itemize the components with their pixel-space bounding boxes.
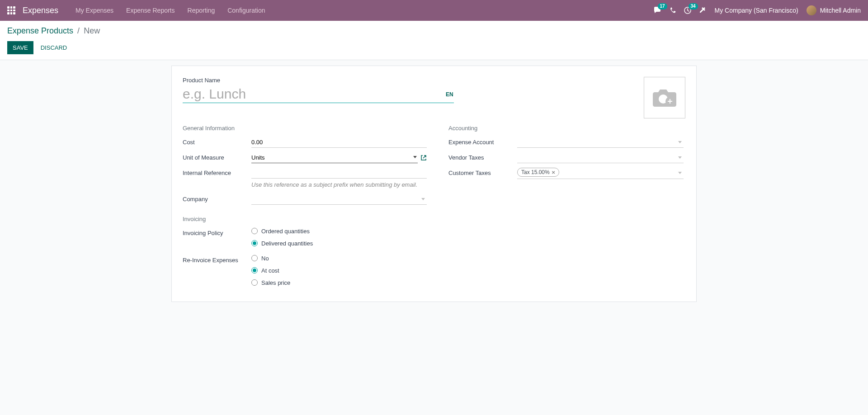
field-reinvoice: Re-Invoice Expenses No At cost — [183, 255, 427, 286]
product-name-input[interactable] — [183, 85, 454, 103]
chevron-down-icon — [678, 172, 682, 174]
ref-label: Internal Reference — [183, 168, 251, 176]
radio-label: Ordered quantities — [261, 228, 310, 235]
radio-sales-price[interactable]: Sales price — [251, 279, 427, 286]
radio-ordered[interactable]: Ordered quantities — [251, 228, 427, 235]
radio-icon — [251, 228, 258, 234]
inv-policy-radios: Ordered quantities Delivered quantities — [251, 228, 427, 247]
tax-tag: Tax 15.00% ✕ — [517, 168, 559, 177]
cp-buttons: SAVE DISCARD — [7, 41, 861, 54]
top-nav: Expenses My Expenses Expense Reports Rep… — [0, 0, 868, 21]
section-invoicing: Invoicing — [183, 216, 427, 222]
breadcrumb-sep: / — [77, 26, 80, 35]
field-ref: Internal Reference Use this reference as… — [183, 168, 427, 189]
field-uom: Unit of Measure — [183, 152, 427, 163]
brand[interactable]: Expenses — [23, 6, 58, 15]
title-row: Product Name EN — [183, 77, 685, 103]
user-menu[interactable]: Mitchell Admin — [807, 5, 861, 15]
radio-icon — [251, 267, 258, 274]
breadcrumb-parent[interactable]: Expense Products — [7, 26, 73, 35]
reinvoice-label: Re-Invoice Expenses — [183, 255, 251, 264]
save-button[interactable]: SAVE — [7, 41, 33, 54]
field-cost: Cost — [183, 137, 427, 148]
radio-icon — [251, 255, 258, 261]
radio-icon — [251, 279, 258, 286]
company-input[interactable] — [251, 194, 427, 205]
radio-delivered[interactable]: Delivered quantities — [251, 240, 427, 247]
product-name-label: Product Name — [183, 77, 685, 84]
reinvoice-radios: No At cost Sales price — [251, 255, 427, 286]
messages-icon[interactable]: 17 — [653, 7, 661, 14]
user-name: Mitchell Admin — [820, 7, 861, 14]
uom-input[interactable] — [251, 152, 418, 163]
lang-badge[interactable]: EN — [446, 91, 453, 98]
field-customer-taxes: Customer Taxes Tax 15.00% ✕ — [448, 168, 684, 179]
nav-right: 17 34 My Company (San Francisco) Mitchel… — [653, 5, 861, 15]
radio-label: Sales price — [261, 279, 290, 286]
breadcrumb-current: New — [84, 26, 100, 35]
nav-configuration[interactable]: Configuration — [221, 7, 271, 14]
ref-hint: Use this reference as a subject prefix w… — [251, 180, 427, 189]
uom-label: Unit of Measure — [183, 152, 251, 161]
section-general: General Information — [183, 125, 427, 132]
tag-remove-icon[interactable]: ✕ — [552, 170, 555, 175]
image-upload[interactable] — [644, 77, 685, 118]
messages-badge: 17 — [658, 3, 667, 9]
section-accounting: Accounting — [448, 125, 684, 132]
radio-icon — [251, 240, 258, 246]
ref-input[interactable] — [251, 168, 427, 179]
radio-at-cost[interactable]: At cost — [251, 267, 427, 274]
customer-taxes-label: Customer Taxes — [448, 168, 517, 176]
nav-my-expenses[interactable]: My Expenses — [69, 7, 120, 14]
discard-button[interactable]: DISCARD — [35, 41, 73, 54]
vendor-taxes-label: Vendor Taxes — [448, 152, 517, 161]
field-vendor-taxes: Vendor Taxes — [448, 152, 684, 163]
cost-label: Cost — [183, 137, 251, 146]
activities-badge: 34 — [689, 3, 698, 9]
field-expense-account: Expense Account — [448, 137, 684, 148]
columns: General Information Cost Unit of Measure — [183, 125, 685, 291]
col-left: General Information Cost Unit of Measure — [183, 125, 427, 291]
apps-icon[interactable] — [7, 6, 15, 14]
nav-reporting[interactable]: Reporting — [181, 7, 222, 14]
col-right: Accounting Expense Account Vendor Taxes — [448, 125, 684, 291]
cost-input[interactable] — [251, 137, 427, 148]
inv-policy-label: Invoicing Policy — [183, 228, 251, 236]
radio-label: At cost — [261, 267, 279, 274]
activities-icon[interactable]: 34 — [684, 7, 691, 14]
radio-label: No — [261, 255, 269, 262]
chevron-down-icon — [678, 156, 682, 159]
exp-account-input[interactable] — [517, 137, 684, 148]
nav-expense-reports[interactable]: Expense Reports — [120, 7, 181, 14]
tag-label: Tax 15.00% — [521, 169, 550, 175]
exp-account-label: Expense Account — [448, 137, 517, 146]
control-panel: Expense Products / New SAVE DISCARD — [0, 21, 868, 60]
company-label: Company — [183, 194, 251, 203]
field-company: Company — [183, 194, 427, 205]
customer-taxes-input[interactable]: Tax 15.00% ✕ — [517, 168, 684, 179]
field-invoicing-policy: Invoicing Policy Ordered quantities Deli… — [183, 228, 427, 247]
debug-icon[interactable] — [699, 7, 707, 14]
avatar — [807, 5, 816, 15]
breadcrumb: Expense Products / New — [7, 26, 861, 36]
phone-icon[interactable] — [670, 7, 676, 14]
radio-no[interactable]: No — [251, 255, 427, 262]
content: Product Name EN General Information Cost — [0, 60, 868, 313]
vendor-taxes-input[interactable] — [517, 152, 684, 163]
radio-label: Delivered quantities — [261, 240, 313, 247]
external-link-icon[interactable] — [420, 155, 427, 161]
company-switcher[interactable]: My Company (San Francisco) — [715, 7, 798, 14]
nav-left: Expenses My Expenses Expense Reports Rep… — [7, 6, 272, 15]
camera-icon — [651, 87, 678, 108]
form-sheet: Product Name EN General Information Cost — [171, 66, 697, 302]
